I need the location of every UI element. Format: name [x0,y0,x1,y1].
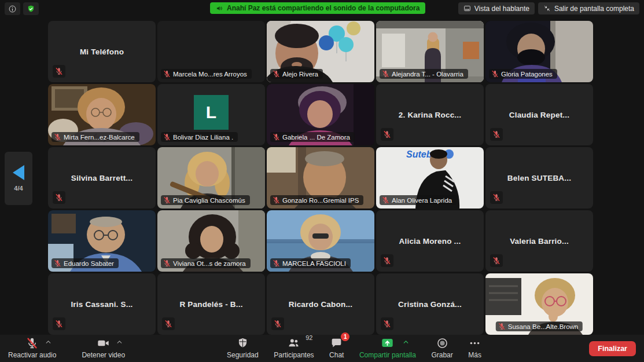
page-indicator: 4/4 [14,185,23,192]
mic-muted-icon [163,259,171,267]
meeting-info-button[interactable] [5,2,20,15]
previous-page-arrow[interactable] [13,165,24,180]
mic-muted-icon [53,191,65,204]
avatar: L [194,95,229,130]
more-dots-icon [469,337,481,349]
mic-muted-icon [381,128,393,141]
avatar-letter: L [206,103,216,122]
more-button[interactable]: Más [468,337,481,359]
gallery-prev-panel: 4/4 [5,152,32,205]
participant-name: Gloria Patagones [501,71,553,78]
participant-name-pill: Viviana Ot...s de zamora [161,258,251,268]
participant-name-pill: Mirta Fern...ez-Balcarce [51,132,139,142]
participant-tile[interactable]: Eduardo Sabater [48,210,156,272]
mic-muted-icon [273,133,280,141]
mic-muted-icon [498,323,506,330]
record-icon [436,337,448,349]
video-options-chevron[interactable] [116,338,123,346]
audio-options-chevron[interactable] [45,338,52,346]
mic-muted-icon [26,337,38,349]
unmute-button[interactable]: Reactivar audio [8,337,56,359]
end-meeting-button[interactable]: Finalizar [589,341,636,356]
participant-tile[interactable]: Alejo Rivera [267,21,374,82]
participant-name-pill: Alejandra T... - Olavarria [380,69,468,79]
share-screen-button[interactable]: Compartir pantalla [359,337,416,359]
participant-tile[interactable]: Viviana Ot...s de zamora [157,210,265,272]
top-bar: Anahí Paz está compartiendo el sonido de… [0,0,644,17]
exit-fullscreen-button[interactable]: Salir de pantalla completa [538,2,639,14]
more-label: Más [468,351,481,359]
participant-tile[interactable]: Ricardo Cabon... [267,273,374,335]
record-button[interactable]: Grabar [431,337,452,359]
participant-tile[interactable]: Gloria Patagones [485,21,593,82]
participant-tile[interactable]: MARCELA FASCIOLI [267,210,374,272]
participant-name: Gonzalo Ro...Gremial IPS [282,197,359,204]
participant-tile[interactable]: Susana Be...Alte.Brown [485,273,593,335]
participant-tile[interactable]: Valeria Barrio... [485,210,593,272]
participants-button[interactable]: 92 Participantes [274,337,314,359]
participant-name: Susana Be...Alte.Brown [508,323,578,330]
participant-tile[interactable]: 2. Karina Rocc... [376,84,484,145]
participant-name-pill: Susana Be...Alte.Brown [496,321,583,331]
participant-tile[interactable]: R Pandelés - B... [157,273,265,335]
mic-muted-icon [163,133,171,141]
participant-tile[interactable]: Marcela Mo...res Arroyos [157,21,265,82]
participant-name-pill: Eduardo Sabater [51,258,119,268]
mic-muted-icon [54,133,61,141]
share-screen-icon [381,337,393,349]
participants-icon [288,337,300,349]
participant-tile[interactable]: Suteba Alan Olivera Laprida [376,147,484,209]
speaker-view-button[interactable]: Vista del hablante [458,2,535,14]
participant-tile[interactable]: Cristina Gonzá... [376,273,484,335]
stop-video-label: Detener video [82,351,125,359]
share-options-chevron[interactable] [402,338,410,346]
participant-tile[interactable]: Silvina Barrett... [48,147,156,209]
mic-muted-icon [163,196,171,204]
participant-tile[interactable]: Gonzalo Ro...Gremial IPS [267,147,374,209]
speaker-view-label: Vista del hablante [474,5,529,13]
participant-tile[interactable]: Alejandra T... - Olavarria [376,21,484,82]
participant-name-pill: Alan Olivera Laprida [380,195,457,205]
mic-muted-icon [273,70,280,78]
participant-name: Gabriela ... De Zamora [282,134,350,141]
participant-name: Alejo Rivera [282,71,318,78]
info-icon [8,5,17,13]
exit-fullscreen-label: Salir de pantalla completa [554,5,634,13]
participant-name-pill: Pia Caviglia Chascomús [161,195,250,205]
mic-muted-icon [490,191,503,204]
shield-icon [237,337,249,349]
participant-name: Mirta Fern...ez-Balcarce [64,134,135,141]
participant-tile[interactable]: Iris Cassani. S... [48,273,156,335]
participant-tile[interactable]: Pia Caviglia Chascomús [157,147,265,209]
mic-muted-icon [381,317,393,330]
participant-name: Eduardo Sabater [64,260,114,267]
chat-label: Chat [329,351,344,359]
participant-name: Bolivar Diaz Liliana . [173,134,233,141]
mic-muted-icon [381,254,393,267]
participant-tile[interactable]: L Bolivar Diaz Liliana . [157,84,265,145]
unmute-label: Reactivar audio [8,351,56,359]
mic-muted-icon [382,196,389,204]
security-status-button[interactable] [23,2,39,15]
participant-tile[interactable]: Gabriela ... De Zamora [267,84,374,145]
participants-count: 92 [306,334,312,341]
participants-label: Participantes [274,351,314,359]
participant-name-pill: Marcela Mo...res Arroyos [161,69,252,79]
audio-share-banner-text: Anahí Paz está compartiendo el sonido de… [227,4,419,12]
stop-video-button[interactable]: Detener video [82,337,125,359]
participant-tile[interactable]: Alicia Moreno ... [376,210,484,272]
mic-muted-icon [490,254,503,267]
share-screen-label: Compartir pantalla [359,351,416,359]
participant-name-pill: Alejo Rivera [270,69,323,79]
speaker-view-icon [463,5,471,12]
participant-tile[interactable]: Mi Teléfono [48,21,156,82]
shield-check-icon [27,5,35,13]
security-button[interactable]: Seguridad [227,337,259,359]
participant-tile[interactable]: Claudia Repet... [485,84,593,145]
participant-tile[interactable]: Belen SUTEBA... [485,147,593,209]
participant-tile[interactable]: Mirta Fern...ez-Balcarce [48,84,156,145]
chat-button[interactable]: 1 Chat [329,337,344,359]
security-label: Seguridad [227,351,259,359]
mic-muted-icon [490,128,503,141]
record-label: Grabar [431,351,452,359]
